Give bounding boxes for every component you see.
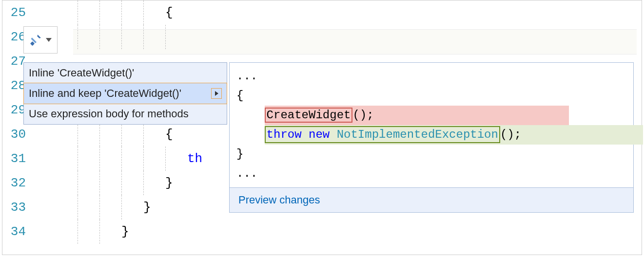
code-token-keyword: th [187,151,202,166]
code-token-brace: } [121,224,129,239]
qa-item-label: Inline and keep 'CreateWidget()' [29,87,181,100]
preview-ellipsis: ... [236,67,626,86]
preview-brace-open: { [236,86,626,106]
preview-removed-line: CreateWidget(); [236,106,626,125]
line-number: 31 [2,151,29,166]
line-number: 33 [2,200,29,215]
refactor-preview-panel: ... { CreateWidget(); throw new NotImple… [229,62,634,213]
line-number: 25 [2,5,29,20]
qa-item-inline-and-keep[interactable]: Inline and keep 'CreateWidget()' [23,83,227,104]
line-number: 32 [2,176,29,190]
dropdown-caret-icon [46,38,52,42]
code-token-brace: { [165,127,173,142]
qa-item-inline[interactable]: Inline 'CreateWidget()' [24,63,227,83]
quick-actions-menu: Inline 'CreateWidget()' Inline and keep … [23,62,227,125]
line-number: 30 [2,127,29,142]
refactor-preview-body: ... { CreateWidget(); throw new NotImple… [230,63,633,187]
preview-added-line: throw new NotImplementedException(); [236,125,626,145]
svg-marker-2 [37,35,41,38]
preview-ellipsis: ... [236,164,626,184]
screwdriver-icon [29,34,42,46]
code-token-brace: } [143,200,151,215]
qa-item-expression-body[interactable]: Use expression body for methods [24,104,227,124]
submenu-caret-icon[interactable] [211,88,222,99]
svg-rect-0 [30,41,35,46]
quick-actions-button[interactable] [23,26,58,54]
code-token-brace: { [165,5,173,20]
line-number: 34 [2,224,29,239]
preview-changes-link[interactable]: Preview changes [230,187,633,212]
code-token-brace: } [165,176,173,190]
preview-brace-close: } [236,145,626,164]
qa-item-label: Inline 'CreateWidget()' [29,67,134,79]
qa-item-label: Use expression body for methods [29,108,189,120]
code-line[interactable]: 34 } [2,220,642,244]
